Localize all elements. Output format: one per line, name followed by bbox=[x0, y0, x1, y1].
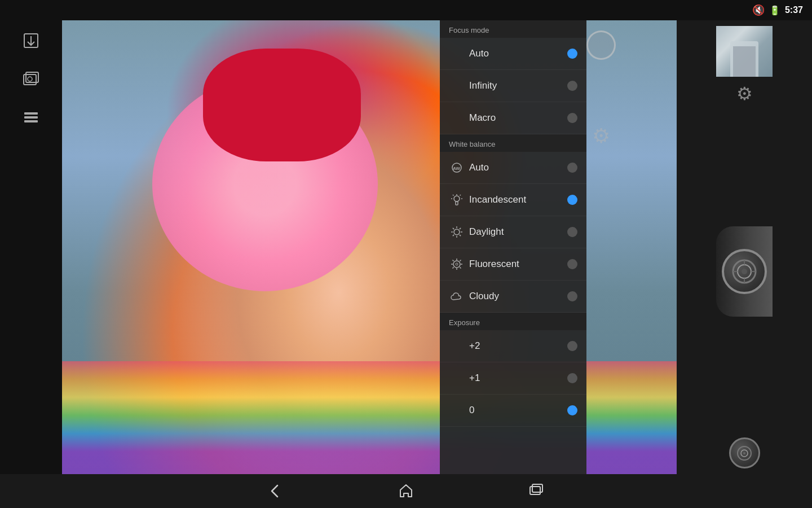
focus-mode-section-header: Focus mode bbox=[440, 20, 586, 38]
status-bar: 🔇 🔋 5:37 bbox=[0, 0, 812, 20]
wb-daylight-radio bbox=[567, 227, 577, 237]
focus-macro-item[interactable]: Macro bbox=[440, 102, 586, 134]
wb-daylight-item[interactable]: Daylight bbox=[440, 216, 586, 248]
svg-line-14 bbox=[460, 195, 461, 196]
svg-line-25 bbox=[453, 235, 454, 236]
svg-rect-6 bbox=[24, 116, 38, 119]
exposure-zero-item[interactable]: 0 bbox=[440, 395, 586, 427]
status-icons: 🔇 🔋 5:37 bbox=[752, 4, 803, 16]
svg-text:AW: AW bbox=[453, 166, 460, 171]
exposure-zero-label: 0 bbox=[469, 405, 567, 416]
settings-icon[interactable]: ⚙ bbox=[727, 77, 761, 111]
svg-rect-5 bbox=[24, 112, 38, 115]
settings-dropdown: Focus mode Auto Infinity Macro White bal… bbox=[440, 20, 586, 474]
focus-macro-label: Macro bbox=[469, 112, 567, 124]
svg-rect-46 bbox=[530, 487, 540, 494]
focus-infinity-radio bbox=[567, 81, 577, 91]
exposure-zero-icon bbox=[449, 402, 465, 418]
exposure-plus2-label: +2 bbox=[469, 340, 567, 352]
exposure-plus1-icon bbox=[449, 370, 465, 386]
wb-incandescent-icon bbox=[449, 192, 465, 208]
battery-icon: 🔋 bbox=[769, 5, 780, 16]
last-photo-thumbnail[interactable] bbox=[716, 26, 773, 77]
wb-daylight-label: Daylight bbox=[469, 226, 567, 238]
focus-infinity-icon bbox=[449, 78, 465, 94]
exposure-section-header: Exposure bbox=[440, 313, 586, 330]
wb-cloudy-label: Cloudy bbox=[469, 291, 567, 302]
svg-rect-47 bbox=[532, 484, 542, 492]
wb-cloudy-icon bbox=[449, 288, 465, 304]
shutter-button[interactable] bbox=[722, 249, 767, 294]
exposure-plus1-label: +1 bbox=[469, 373, 567, 384]
gallery-icon[interactable] bbox=[17, 65, 45, 93]
right-sidebar: ⚙ bbox=[677, 20, 812, 474]
svg-point-35 bbox=[456, 263, 458, 265]
exposure-plus2-radio bbox=[567, 341, 577, 351]
wb-incandescent-label: Incandescent bbox=[469, 194, 567, 205]
nav-bar bbox=[0, 474, 812, 508]
svg-line-24 bbox=[460, 228, 461, 229]
wb-fluorescent-icon bbox=[449, 256, 465, 272]
exposure-plus1-item[interactable]: +1 bbox=[440, 362, 586, 395]
gear-icon: ⚙ bbox=[592, 124, 610, 148]
focus-macro-icon bbox=[449, 110, 465, 126]
wb-auto-label: Auto bbox=[469, 162, 567, 173]
focus-auto-icon bbox=[449, 46, 465, 62]
wb-cloudy-radio bbox=[567, 291, 577, 301]
focus-auto-label: Auto bbox=[469, 48, 567, 59]
focus-infinity-item[interactable]: Infinity bbox=[440, 70, 586, 102]
svg-point-10 bbox=[454, 196, 460, 202]
svg-line-32 bbox=[460, 267, 461, 268]
back-button[interactable] bbox=[266, 482, 284, 500]
wb-auto-icon: AW bbox=[449, 160, 465, 176]
focus-infinity-label: Infinity bbox=[469, 80, 567, 91]
svg-rect-16 bbox=[456, 202, 458, 205]
svg-point-26 bbox=[453, 261, 460, 268]
svg-line-33 bbox=[460, 260, 461, 261]
svg-line-22 bbox=[453, 228, 454, 229]
focus-macro-radio bbox=[567, 113, 577, 123]
svg-line-23 bbox=[460, 235, 461, 236]
svg-rect-7 bbox=[24, 120, 38, 122]
bars-icon[interactable] bbox=[17, 104, 45, 131]
video-button[interactable] bbox=[729, 437, 760, 468]
left-sidebar bbox=[0, 20, 62, 474]
wb-daylight-icon bbox=[449, 224, 465, 240]
wb-fluorescent-radio bbox=[567, 259, 577, 269]
wb-cloudy-item[interactable]: Cloudy bbox=[440, 281, 586, 313]
wb-auto-radio bbox=[567, 163, 577, 173]
status-time: 5:37 bbox=[785, 5, 803, 15]
exposure-plus1-radio bbox=[567, 373, 577, 383]
download-icon[interactable] bbox=[17, 27, 45, 54]
exposure-plus2-icon bbox=[449, 338, 465, 354]
svg-point-17 bbox=[454, 229, 460, 235]
wb-fluorescent-label: Fluorescent bbox=[469, 259, 567, 270]
home-button[interactable] bbox=[397, 482, 415, 500]
focus-auto-radio bbox=[567, 49, 577, 59]
recents-button[interactable] bbox=[528, 482, 546, 500]
svg-point-38 bbox=[742, 269, 747, 274]
bow-decoration bbox=[203, 49, 361, 161]
wb-incandescent-item[interactable]: Incandescent bbox=[440, 184, 586, 216]
exposure-plus2-item[interactable]: +2 bbox=[440, 330, 586, 362]
wb-auto-item[interactable]: AW Auto bbox=[440, 152, 586, 184]
svg-point-45 bbox=[743, 452, 745, 454]
svg-point-4 bbox=[28, 77, 32, 81]
focus-auto-item[interactable]: Auto bbox=[440, 38, 586, 70]
svg-line-31 bbox=[453, 260, 454, 261]
white-balance-section-header: White balance bbox=[440, 134, 586, 152]
wb-fluorescent-item[interactable]: Fluorescent bbox=[440, 248, 586, 281]
svg-line-34 bbox=[453, 267, 454, 268]
svg-line-15 bbox=[453, 195, 454, 196]
mute-icon: 🔇 bbox=[752, 4, 765, 16]
wb-incandescent-radio bbox=[567, 195, 577, 205]
focus-mode-icon bbox=[586, 30, 616, 60]
exposure-zero-radio bbox=[567, 405, 577, 415]
